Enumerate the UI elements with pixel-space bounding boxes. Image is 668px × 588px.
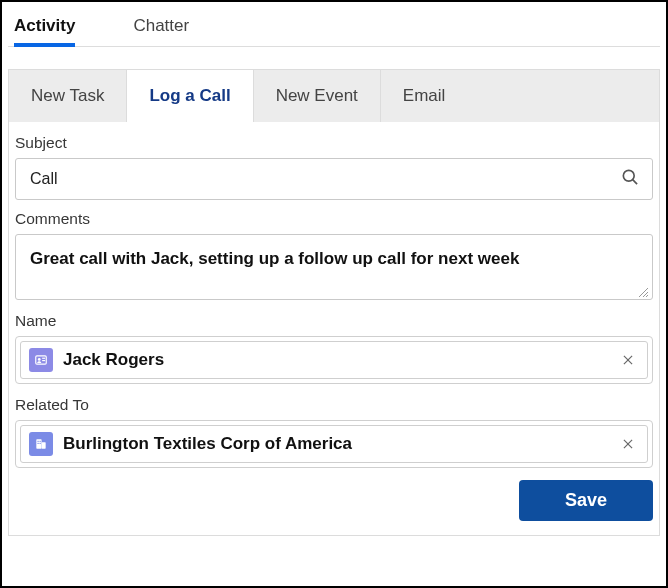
svg-line-1 — [633, 180, 637, 184]
svg-rect-15 — [38, 443, 39, 444]
name-clear-button[interactable] — [617, 349, 639, 371]
log-a-call-form: Subject Comments — [8, 122, 660, 536]
tab-activity[interactable]: Activity — [14, 10, 75, 46]
save-button[interactable]: Save — [519, 480, 653, 521]
comments-field-wrap — [15, 234, 653, 300]
svg-point-6 — [38, 358, 41, 361]
related-to-clear-button[interactable] — [617, 433, 639, 455]
comments-textarea[interactable] — [28, 247, 640, 287]
svg-rect-11 — [36, 439, 41, 448]
subject-label: Subject — [11, 134, 657, 152]
search-icon — [620, 167, 640, 191]
comments-label: Comments — [11, 210, 657, 228]
subject-input[interactable] — [28, 169, 620, 189]
related-to-lookup-pill: Burlington Textiles Corp of America — [20, 425, 648, 463]
svg-line-2 — [639, 288, 648, 297]
action-tab-new-task[interactable]: New Task — [9, 70, 127, 122]
svg-rect-13 — [38, 441, 39, 442]
svg-rect-14 — [40, 441, 41, 442]
name-lookup-value: Jack Rogers — [63, 350, 617, 370]
action-tab-email[interactable]: Email — [381, 70, 468, 122]
svg-rect-12 — [42, 442, 46, 448]
account-icon — [29, 432, 53, 456]
top-tabset: Activity Chatter — [8, 10, 660, 47]
name-lookup-pill: Jack Rogers — [20, 341, 648, 379]
action-tab-log-a-call[interactable]: Log a Call — [127, 69, 253, 122]
activity-panel: Activity Chatter New Task Log a Call New… — [0, 0, 668, 588]
svg-point-0 — [623, 170, 634, 181]
action-panel: New Task Log a Call New Event Email Subj… — [8, 69, 660, 536]
svg-line-3 — [643, 292, 648, 297]
name-label: Name — [11, 312, 657, 330]
related-to-lookup[interactable]: Burlington Textiles Corp of America — [15, 420, 653, 468]
subject-combobox[interactable] — [15, 158, 653, 200]
tab-chatter[interactable]: Chatter — [133, 10, 189, 46]
svg-rect-16 — [40, 443, 41, 444]
svg-line-4 — [646, 295, 648, 297]
contact-icon — [29, 348, 53, 372]
related-to-label: Related To — [11, 396, 657, 414]
form-footer: Save — [11, 480, 657, 521]
name-lookup[interactable]: Jack Rogers — [15, 336, 653, 384]
action-tab-new-event[interactable]: New Event — [254, 70, 381, 122]
action-tabset: New Task Log a Call New Event Email — [8, 69, 660, 122]
related-to-lookup-value: Burlington Textiles Corp of America — [63, 434, 617, 454]
